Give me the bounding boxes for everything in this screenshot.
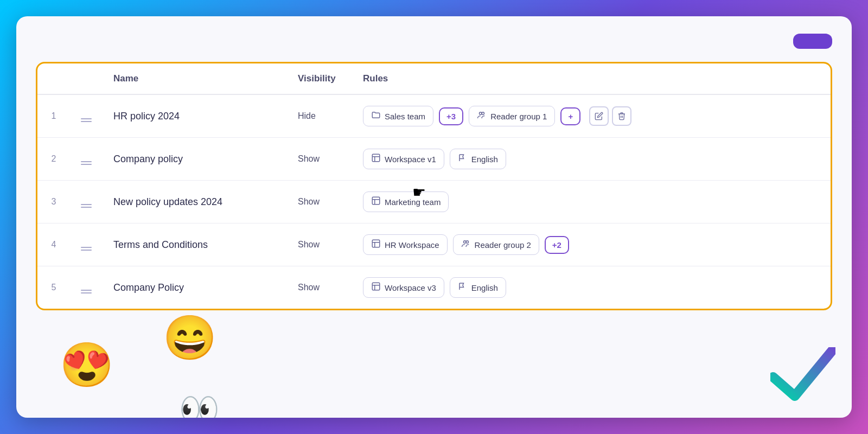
drag-handle[interactable] [70, 266, 103, 309]
table-row: 1HR policy 2024HideSales team+3Reader gr… [37, 94, 831, 138]
svg-point-1 [482, 112, 484, 115]
emoji-heart-eyes: 😍 [60, 340, 114, 391]
rule-tag: English [450, 277, 506, 298]
table-row: 3New policy updates 2024ShowMarketing te… [37, 181, 831, 224]
drag-handle[interactable] [70, 138, 103, 181]
workspace-icon [371, 196, 381, 208]
workspace-icon [371, 153, 381, 165]
row-visibility: Show [287, 181, 352, 224]
row-name: New policy updates 2024 [103, 181, 287, 224]
row-number: 1 [37, 94, 70, 138]
workspace-icon [371, 239, 381, 251]
row-number: 3 [37, 181, 70, 224]
svg-rect-5 [372, 197, 380, 205]
row-actions [589, 106, 631, 126]
col-num-header [37, 63, 70, 94]
row-number: 4 [37, 224, 70, 266]
emoji-eyes: 👀 [179, 390, 220, 418]
group-icon [461, 239, 471, 251]
row-name: Company policy [103, 138, 287, 181]
rule-tag: Workspace v3 [363, 277, 444, 298]
table-container: Name Visibility Rules 1HR policy 2024Hid… [36, 62, 832, 310]
create-button[interactable] [793, 34, 832, 49]
flag-icon [458, 153, 468, 165]
rule-tag: Marketing team [363, 192, 449, 212]
plus-badge[interactable]: + [560, 107, 580, 125]
drag-handle[interactable] [70, 94, 103, 138]
edit-button[interactable] [589, 106, 609, 126]
col-rules-header: Rules [352, 63, 831, 94]
workspace-icon [371, 282, 381, 293]
table-body: 1HR policy 2024HideSales team+3Reader gr… [37, 94, 831, 309]
delete-button[interactable] [612, 106, 631, 126]
main-window: Name Visibility Rules 1HR policy 2024Hid… [16, 16, 852, 418]
emoji-smiling: 😄 [163, 312, 217, 363]
rule-tag: English [450, 149, 506, 169]
col-drag-header [70, 63, 103, 94]
folder-icon [371, 110, 381, 122]
rule-tag: Reader group 2 [453, 234, 539, 255]
row-rules: Workspace v3English [352, 266, 831, 309]
row-name: HR policy 2024 [103, 94, 287, 138]
col-visibility-header: Visibility [287, 63, 352, 94]
plus-badge[interactable]: +3 [439, 107, 463, 125]
table-row: 2Company policyShowWorkspace v1English [37, 138, 831, 181]
svg-rect-2 [372, 154, 380, 162]
row-rules: Workspace v1English [352, 138, 831, 181]
rule-tag: Sales team [363, 106, 433, 126]
drag-handle[interactable] [70, 181, 103, 224]
svg-rect-8 [372, 240, 380, 247]
col-name-header: Name [103, 63, 287, 94]
svg-point-12 [466, 241, 469, 244]
receipts-table: Name Visibility Rules 1HR policy 2024Hid… [37, 63, 831, 309]
svg-rect-13 [372, 283, 380, 290]
checkmark-icon [770, 347, 835, 401]
rule-tag: HR Workspace [363, 234, 448, 255]
row-visibility: Show [287, 138, 352, 181]
table-header-row: Name Visibility Rules [37, 63, 831, 94]
row-name: Terms and Conditions [103, 224, 287, 266]
table-row: 5Company PolicyShowWorkspace v3English [37, 266, 831, 309]
row-visibility: Show [287, 224, 352, 266]
rule-tag: Workspace v1 [363, 149, 444, 169]
rule-tag: Reader group 1 [469, 106, 555, 126]
row-number: 5 [37, 266, 70, 309]
row-number: 2 [37, 138, 70, 181]
row-rules: Sales team+3Reader group 1+ [352, 94, 831, 138]
drag-handle[interactable] [70, 224, 103, 266]
flag-icon [458, 282, 468, 293]
row-name: Company Policy [103, 266, 287, 309]
row-visibility: Show [287, 266, 352, 309]
row-rules: Marketing team [352, 181, 831, 224]
page-header [36, 34, 832, 49]
plus-badge[interactable]: +2 [545, 236, 569, 254]
row-rules: HR WorkspaceReader group 2+2 [352, 224, 831, 266]
group-icon [477, 110, 487, 122]
table-row: 4Terms and ConditionsShowHR WorkspaceRea… [37, 224, 831, 266]
row-visibility: Hide [287, 94, 352, 138]
